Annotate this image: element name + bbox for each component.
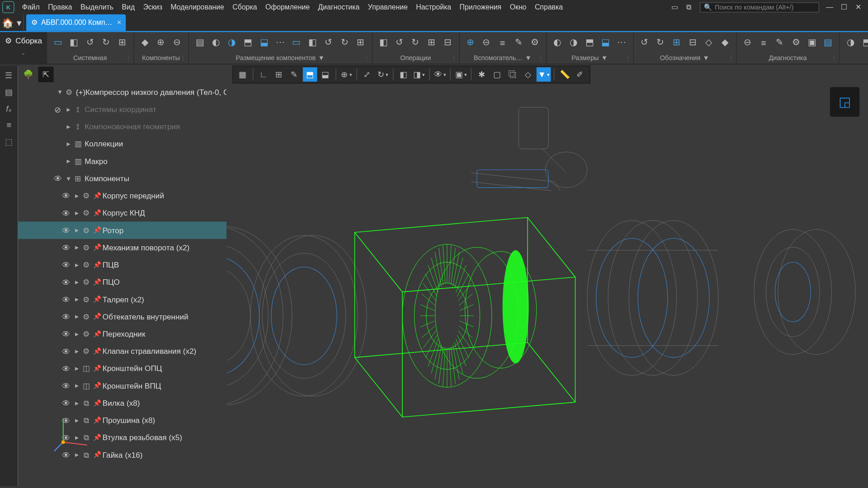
tree-mode-2[interactable]: ⇱ — [38, 67, 53, 82]
visibility-toggle[interactable]: 👁 — [60, 191, 73, 201]
expand-icon[interactable]: ► — [64, 158, 72, 164]
visibility-toggle[interactable]: 👁 — [60, 277, 73, 287]
expand-icon[interactable]: ► — [73, 210, 81, 216]
ribbon-button[interactable]: ⊟ — [685, 35, 700, 50]
ribbon-button[interactable]: ⊟ — [440, 35, 455, 50]
ribbon-button[interactable]: ⊞ — [669, 35, 684, 50]
ribbon-button[interactable]: ◑ — [843, 35, 858, 50]
visibility-toggle[interactable]: ⊘ — [51, 104, 64, 114]
expand-icon[interactable]: ► — [73, 262, 81, 268]
vt-win-icon[interactable]: ▢ — [490, 67, 505, 82]
vt-mode-b[interactable]: ⬓ — [318, 67, 333, 82]
ribbon-button[interactable]: ⊖ — [740, 35, 755, 50]
visibility-toggle[interactable]: 👁 — [60, 433, 73, 442]
expand-icon[interactable]: ► — [73, 227, 81, 234]
expand-icon[interactable]: ► — [73, 279, 81, 286]
ribbon-button[interactable]: ↻ — [653, 35, 668, 50]
ribbon-button[interactable]: ▣ — [804, 35, 819, 50]
visibility-toggle[interactable]: 👁 — [60, 225, 73, 235]
workspace-mode[interactable]: ⚙ Сборка ⌄ — [0, 32, 47, 64]
visibility-toggle[interactable]: 👁 — [60, 329, 73, 339]
ribbon-button[interactable]: ✎ — [772, 35, 787, 50]
tree-item[interactable]: 👁►⚙📌Ротор — [18, 222, 227, 239]
vt-mode-a[interactable]: ⬒ — [303, 67, 317, 82]
vt-copy-icon[interactable]: ⿻ — [505, 67, 520, 82]
ribbon-button[interactable]: ⊕ — [463, 35, 478, 50]
ribbon-button[interactable]: ⚙ — [788, 35, 803, 50]
vt-graph-icon[interactable]: ✱ — [475, 67, 489, 82]
tree-item[interactable]: 👁▼⊞Компоненты — [18, 170, 227, 187]
vt-shade-icon[interactable]: ◨▾ — [412, 67, 426, 82]
vt-filter-icon[interactable]: ▼▾ — [537, 67, 551, 82]
vt-zoom-icon[interactable]: ⊕▾ — [339, 67, 354, 82]
ribbon-button[interactable]: ↻ — [337, 35, 352, 50]
ribbon-button[interactable]: ◑ — [566, 35, 581, 50]
ribbon-button[interactable]: ◐ — [550, 35, 565, 50]
expand-icon[interactable]: ► — [64, 106, 72, 113]
document-tab[interactable]: ⚙ АБВГ.000.000 Комп… × — [26, 14, 126, 31]
visibility-toggle[interactable]: 👁 — [60, 364, 73, 373]
ribbon-button[interactable]: ⋯ — [614, 35, 629, 50]
expand-icon[interactable]: ▼ — [56, 89, 64, 95]
visibility-toggle[interactable]: 👁 — [60, 243, 73, 252]
menu-Файл[interactable]: Файл — [18, 1, 44, 13]
menu-Настройка[interactable]: Настройка — [412, 1, 455, 13]
vt-measure-icon[interactable]: 📏 — [557, 67, 572, 82]
tree-item[interactable]: 👁►◫📌Кронштейн ОПЦ — [18, 360, 227, 377]
ribbon-button[interactable]: ⊞ — [353, 35, 368, 50]
vt-edit-icon[interactable]: ✎ — [288, 67, 302, 82]
visibility-toggle[interactable]: 👁 — [60, 312, 73, 321]
expand-icon[interactable]: ► — [73, 417, 81, 424]
vt-orient-icon[interactable]: ⤢ — [360, 67, 374, 82]
ribbon-button[interactable]: ⬓ — [257, 35, 272, 50]
tree-item[interactable]: 👁►⚙📌Корпус КНД — [18, 204, 227, 221]
ribbon-button[interactable]: ▤ — [821, 35, 835, 50]
expand-icon[interactable]: ► — [73, 451, 81, 458]
menu-Правка[interactable]: Правка — [44, 1, 76, 13]
visibility-toggle[interactable]: 👁 — [60, 450, 73, 460]
expand-icon[interactable]: ► — [73, 192, 81, 199]
vt-layer-icon[interactable]: ◇ — [521, 67, 535, 82]
tree-item[interactable]: 👁►⚙📌ПЦВ — [18, 256, 227, 273]
menu-Сборка[interactable]: Сборка — [228, 1, 261, 13]
tree-item[interactable]: ►▥Макро — [18, 153, 227, 170]
ribbon-button[interactable]: ◑ — [224, 35, 239, 50]
tree-item[interactable]: 👁►⚙📌Механизм поворота (x2) — [18, 239, 227, 256]
left-tab-sheet[interactable]: ▤ — [2, 84, 16, 99]
minimize-button[interactable]: — — [823, 2, 836, 13]
expand-icon[interactable]: ► — [64, 141, 72, 147]
menu-Выделить[interactable]: Выделить — [76, 1, 118, 13]
tree-root[interactable]: ▼ ⚙ (+)Компрессор низкого давления (Тел-… — [18, 84, 227, 101]
tree-item[interactable]: 👁►⚙📌Талреп (x2) — [18, 291, 227, 308]
expand-icon[interactable]: ► — [64, 123, 72, 130]
tree-item[interactable]: 👁►⚙📌Корпус передний — [18, 187, 227, 204]
menu-Оформление[interactable]: Оформление — [261, 1, 314, 13]
ribbon-button[interactable]: ⬒ — [859, 35, 868, 50]
expand-icon[interactable]: ► — [73, 296, 81, 303]
ribbon-button[interactable]: ▭ — [50, 35, 65, 50]
expand-icon[interactable]: ► — [73, 434, 81, 441]
ribbon-button[interactable]: ◆ — [137, 35, 152, 50]
vt-cube-icon[interactable]: ◧ — [396, 67, 411, 82]
vt-rotate-icon[interactable]: ↻▾ — [376, 67, 390, 82]
menu-Эскиз[interactable]: Эскиз — [139, 1, 166, 13]
ribbon-button[interactable]: ↺ — [83, 35, 98, 50]
visibility-toggle[interactable]: 👁 — [60, 208, 73, 218]
ribbon-button[interactable]: ◧ — [305, 35, 320, 50]
ribbon-button[interactable]: ◧ — [66, 35, 81, 50]
ribbon-button[interactable]: ↺ — [637, 35, 652, 50]
vt-tree-icon[interactable]: ⊞ — [272, 67, 286, 82]
expand-icon[interactable]: ► — [73, 400, 81, 407]
left-tab-tree[interactable]: ☰ — [2, 68, 16, 82]
ribbon-button[interactable]: ≡ — [756, 35, 771, 50]
tree-item[interactable]: 👁►⧉📌Проушина (x8) — [18, 412, 227, 429]
close-tab-icon[interactable]: × — [117, 19, 121, 27]
tree-item[interactable]: ⊘►⟟Системы координат — [18, 101, 227, 118]
expand-icon[interactable]: ► — [73, 383, 81, 389]
left-tab-hierarchy[interactable]: ⬚ — [2, 135, 16, 149]
menu-Диагностика[interactable]: Диагностика — [314, 1, 363, 13]
ribbon-button[interactable]: ▭ — [289, 35, 304, 50]
layout-button-1[interactable]: ▭ — [668, 2, 681, 13]
menu-Приложения[interactable]: Приложения — [455, 1, 505, 13]
ribbon-button[interactable]: ↻ — [408, 35, 423, 50]
